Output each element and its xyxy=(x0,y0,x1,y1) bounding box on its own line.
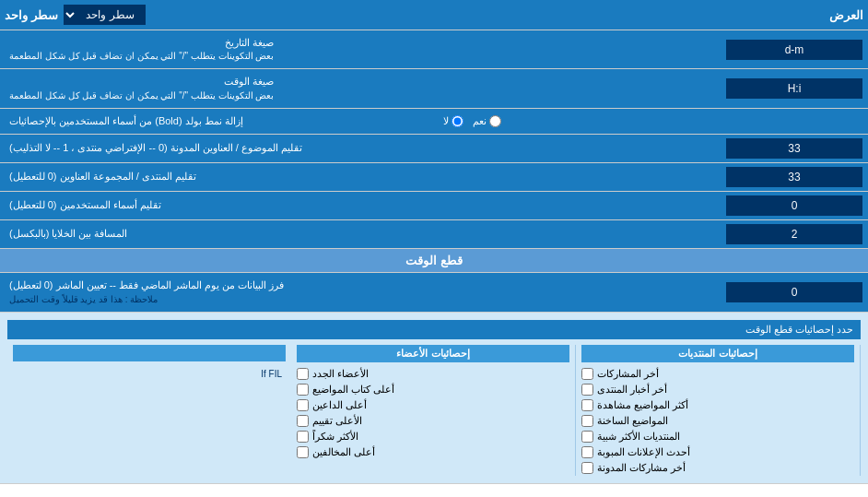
header-label: العرض xyxy=(829,8,863,22)
radio-no[interactable] xyxy=(452,115,463,127)
list-item: أخر أخبار المنتدى xyxy=(581,382,854,397)
list-item: أعلى كتاب المواضيع xyxy=(297,382,569,397)
checkbox-most-viewed[interactable] xyxy=(581,399,593,411)
list-item: أخر مشاركات المدونة xyxy=(581,460,854,476)
checkbox-last-posts[interactable] xyxy=(581,368,593,380)
forum-address-input[interactable] xyxy=(726,167,862,187)
freeze-input-cell xyxy=(721,273,868,311)
checkbox-hot-topics[interactable] xyxy=(581,415,593,427)
if-fil-text: If FIL xyxy=(13,365,286,383)
users-names-row: تقليم أسماء المستخدمين (0 للتعطيل) xyxy=(0,192,868,220)
radio-no-label: لا xyxy=(443,115,463,127)
list-item: أحدث الإعلانات المبوبة xyxy=(581,444,854,460)
list-item: الأكثر شكراً xyxy=(297,429,569,444)
bold-remove-row: نعم لا إزالة نمط بولد (Bold) من أسماء ال… xyxy=(0,109,868,135)
freeze-note: ملاحظة : هذا قد يزيد قليلاً وقت التحميل xyxy=(9,293,158,306)
dropdown-label: سطر واحد xyxy=(5,8,58,22)
time-format-label-cell: صيغة الوقت بعض التكوينات يتطلب "/" التي … xyxy=(0,69,721,107)
topic-address-row: تقليم الموضوع / العناوين المدونة (0 -- ا… xyxy=(0,135,868,163)
extra-col-header xyxy=(13,345,286,361)
bold-remove-label: إزالة نمط بولد (Bold) من أسماء المستخدمي… xyxy=(0,109,434,134)
list-item: الأعضاء الجدد xyxy=(297,366,569,382)
forum-stats-col: إحصائيات المنتديات أخر المشاركات أخر أخب… xyxy=(576,345,861,476)
freeze-label-cell: فرز البيانات من يوم الماشر الماضي فقط --… xyxy=(0,273,721,311)
list-item: الأعلى تقييم xyxy=(297,413,569,429)
checkbox-columns: إحصائيات المنتديات أخر المشاركات أخر أخب… xyxy=(7,345,861,476)
date-format-row: صيغة التاريخ بعض التكوينات يتطلب "/" الت… xyxy=(0,30,868,69)
stats-section: حدد إحصائيات قطع الوقت إحصائيات المنتديا… xyxy=(0,313,868,484)
topic-address-input-cell xyxy=(721,135,868,162)
cell-distance-label: المسافة بين الخلايا (بالبكسل) xyxy=(0,220,721,248)
cell-distance-input-cell xyxy=(721,220,868,248)
date-format-label: صيغة التاريخ xyxy=(225,37,274,48)
bold-radio-cell: نعم لا xyxy=(434,109,868,134)
forum-address-input-cell xyxy=(721,163,868,191)
date-format-label-cell: صيغة التاريخ بعض التكوينات يتطلب "/" الت… xyxy=(0,30,721,68)
checkbox-new-members[interactable] xyxy=(297,368,309,380)
list-item: أعلى المخالفين xyxy=(297,444,569,460)
time-format-input-cell xyxy=(721,69,868,107)
forum-address-row: تقليم المنتدى / المجموعة العناوين (0 للت… xyxy=(0,163,868,192)
users-names-input-cell xyxy=(721,192,868,219)
display-header: العرض سطر واحد سطرين ثلاثة أسطر سطر واحد xyxy=(0,0,868,30)
member-stats-col: إحصائيات الأعضاء الأعضاء الجدد أعلى كتاب… xyxy=(291,345,576,476)
checkbox-forum-news[interactable] xyxy=(581,384,593,396)
checkbox-popular-forums[interactable] xyxy=(581,431,593,443)
users-names-label: تقليم أسماء المستخدمين (0 للتعطيل) xyxy=(0,192,721,219)
time-format-label: صيغة الوقت xyxy=(224,76,274,87)
radio-yes[interactable] xyxy=(489,115,501,127)
freeze-label: فرز البيانات من يوم الماشر الماضي فقط --… xyxy=(9,278,284,292)
freeze-header-label: قطع الوقت xyxy=(405,254,463,267)
date-format-sublabel: بعض التكوينات يتطلب "/" التي يمكن ان تضا… xyxy=(9,50,274,63)
rows-dropdown[interactable]: سطر واحد سطرين ثلاثة أسطر xyxy=(64,5,146,25)
checkbox-blog-posts[interactable] xyxy=(581,462,593,474)
freeze-section-header: قطع الوقت xyxy=(0,249,868,273)
stats-header: حدد إحصائيات قطع الوقت xyxy=(7,320,861,339)
topic-address-label: تقليم الموضوع / العناوين المدونة (0 -- ا… xyxy=(0,135,721,162)
time-format-row: صيغة الوقت بعض التكوينات يتطلب "/" التي … xyxy=(0,69,868,108)
cell-distance-input[interactable] xyxy=(726,224,862,244)
forum-address-label: تقليم المنتدى / المجموعة العناوين (0 للت… xyxy=(0,163,721,191)
checkbox-latest-ads[interactable] xyxy=(581,446,593,458)
cell-distance-row: المسافة بين الخلايا (بالبكسل) xyxy=(0,220,868,249)
list-item: أخر المشاركات xyxy=(581,366,854,382)
date-format-input-cell xyxy=(721,30,868,68)
date-format-input[interactable] xyxy=(726,40,862,60)
freeze-row: فرز البيانات من يوم الماشر الماضي فقط --… xyxy=(0,273,868,312)
time-format-input[interactable] xyxy=(726,78,862,99)
list-item: المنتديات الأكثر شبية xyxy=(581,429,854,444)
list-item: أعلى الداعين xyxy=(297,397,569,413)
checkbox-top-posters[interactable] xyxy=(297,384,309,396)
list-item: أكثر المواضيع مشاهدة xyxy=(581,397,854,413)
checkbox-most-thanked[interactable] xyxy=(297,431,309,443)
users-names-input[interactable] xyxy=(726,195,862,216)
list-item: المواضيع الساخنة xyxy=(581,413,854,429)
checkbox-top-inviters[interactable] xyxy=(297,399,309,411)
topic-address-input[interactable] xyxy=(726,138,862,159)
extra-col: If FIL xyxy=(7,345,291,476)
freeze-input[interactable] xyxy=(726,282,862,302)
member-stats-header: إحصائيات الأعضاء xyxy=(297,345,569,362)
time-format-sublabel: بعض التكوينات يتطلب "/" التي يمكن ان تضا… xyxy=(9,89,274,102)
checkbox-top-violators[interactable] xyxy=(297,446,309,458)
forum-stats-header: إحصائيات المنتديات xyxy=(581,345,854,362)
checkbox-top-rated[interactable] xyxy=(297,415,309,427)
stats-header-label: حدد إحصائيات قطع الوقت xyxy=(745,324,853,335)
radio-yes-label: نعم xyxy=(473,115,501,127)
